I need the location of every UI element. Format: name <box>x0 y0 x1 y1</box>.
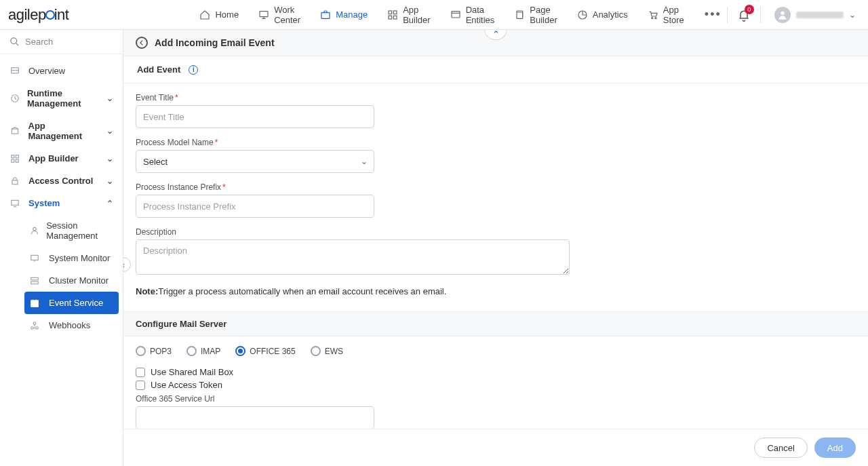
add-button[interactable]: Add <box>814 438 856 458</box>
sidebar-item-app-mgmt[interactable]: App Management ⌄ <box>0 115 123 147</box>
required-mark: * <box>175 93 178 102</box>
form-add-event: Event Title* Process Model Name* Select … <box>123 83 868 309</box>
grid-icon <box>9 154 22 163</box>
svg-point-9 <box>651 17 652 18</box>
field-event-title: Event Title* <box>136 93 856 128</box>
nav-label: Work Center <box>274 5 300 25</box>
nav-home[interactable]: Home <box>191 5 247 24</box>
svg-rect-5 <box>393 16 397 19</box>
divider <box>727 7 728 23</box>
o365-url-input[interactable] <box>136 406 374 429</box>
sidebar-item-access[interactable]: Access Control ⌄ <box>0 170 123 192</box>
nav-more[interactable]: ••• <box>699 5 727 24</box>
sidebar-item-label: Session Management <box>46 220 113 241</box>
chevron-down-icon: ⌄ <box>849 10 856 20</box>
nav-label: Manage <box>336 9 368 20</box>
info-icon[interactable]: i <box>189 65 198 75</box>
mail-checkboxes: Use Shared Mail Box Use Access Token <box>123 362 868 393</box>
nav-manage[interactable]: Manage <box>311 5 376 24</box>
tabs-row: Add Event i <box>123 56 868 83</box>
svg-point-11 <box>781 11 784 14</box>
box-icon <box>9 126 22 136</box>
svg-point-29 <box>33 322 36 324</box>
sidebar-item-label: System Monitor <box>49 253 110 263</box>
back-button[interactable] <box>136 37 148 49</box>
svg-rect-18 <box>12 159 14 162</box>
notif-badge: 0 <box>745 5 754 14</box>
sidebar-search[interactable]: Search <box>0 30 123 54</box>
sidebar-item-event-service[interactable]: Event Service <box>24 292 119 314</box>
svg-rect-3 <box>393 11 397 14</box>
description-textarea[interactable] <box>136 239 570 275</box>
svg-rect-15 <box>12 129 18 134</box>
nav-analytics[interactable]: Analytics <box>568 5 636 24</box>
tab-add-event[interactable]: Add Event <box>136 62 182 77</box>
sidebar-item-label: Access Control <box>28 176 93 186</box>
clock-icon <box>9 94 20 103</box>
sidebar-item-monitor[interactable]: System Monitor <box>20 247 123 269</box>
sidebar-item-webhooks[interactable]: Webhooks <box>20 314 123 336</box>
note-label: Note: <box>136 286 158 296</box>
sidebar-system-sub: Session Management System Monitor Cluste… <box>0 214 123 336</box>
topbar-right: 0 ⌄ <box>727 4 860 26</box>
sidebar-item-overview[interactable]: Overview <box>0 60 123 82</box>
process-model-select[interactable]: Select <box>136 150 374 173</box>
dashboard-icon <box>9 66 22 76</box>
sidebar-item-app-builder[interactable]: App Builder ⌄ <box>0 147 123 170</box>
sidebar-item-label: App Management <box>28 121 100 141</box>
radio-pop3[interactable]: POP3 <box>136 346 172 356</box>
note-text: Note:Trigger a process automatically whe… <box>136 286 856 296</box>
search-placeholder: Search <box>25 37 53 47</box>
monitor-icon <box>258 9 270 20</box>
required-mark: * <box>215 138 218 147</box>
lock-icon <box>9 176 22 186</box>
chevron-down-icon: ⌄ <box>106 154 113 163</box>
radio-imap[interactable]: IMAP <box>186 346 220 356</box>
prefix-input[interactable] <box>136 195 374 218</box>
notifications-button[interactable]: 0 <box>737 8 751 22</box>
nav-data-entities[interactable]: Data Entities <box>441 1 503 29</box>
avatar-icon <box>774 7 791 23</box>
radio-label: POP3 <box>150 347 172 356</box>
chevron-down-icon: ⌄ <box>106 94 113 103</box>
field-prefix: Process Instance Prefix* <box>136 182 856 218</box>
window-icon <box>450 9 462 20</box>
radio-office365[interactable]: OFFICE 365 <box>235 346 295 356</box>
event-title-label: Event Title* <box>136 93 856 102</box>
nav-label: Analytics <box>593 9 628 20</box>
nav-app-store[interactable]: App Store <box>639 1 692 29</box>
page-title: Add Incoming Email Event <box>155 37 275 48</box>
sidebar-item-runtime[interactable]: Runtime Management ⌄ <box>0 82 123 115</box>
chevron-down-icon: ⌄ <box>106 176 113 186</box>
user-menu[interactable]: ⌄ <box>770 4 860 26</box>
nav-app-builder[interactable]: App Builder <box>378 1 438 29</box>
monitor-icon <box>30 254 42 263</box>
note-body: Trigger a process automatically when an … <box>158 286 446 296</box>
brand-text-1: agilep <box>8 6 46 24</box>
svg-rect-17 <box>16 155 18 157</box>
sidebar-item-label: Runtime Management <box>27 88 100 109</box>
event-title-input[interactable] <box>136 105 374 128</box>
nav-work-center[interactable]: Work Center <box>250 1 309 29</box>
sidebar-item-session[interactable]: Session Management <box>20 214 123 247</box>
svg-rect-1 <box>321 12 330 18</box>
checkbox-shared-mailbox[interactable]: Use Shared Mail Box <box>136 366 856 378</box>
radio-ews[interactable]: EWS <box>311 346 343 356</box>
form-footer: Cancel Add <box>123 429 868 466</box>
o365-url-label: Office 365 Service Url <box>136 394 856 404</box>
sidebar-item-cluster[interactable]: Cluster Monitor <box>20 269 123 292</box>
nav-page-builder[interactable]: Page Builder <box>505 1 565 29</box>
nav-label: Data Entities <box>466 5 495 25</box>
svg-point-22 <box>33 227 37 231</box>
webhook-icon <box>30 321 42 330</box>
sidebar-item-label: Cluster Monitor <box>49 275 108 286</box>
checkbox-access-token[interactable]: Use Access Token <box>136 378 856 391</box>
top-bar: agilepint Home Work Center Manage App Bu… <box>0 0 868 30</box>
prefix-label: Process Instance Prefix* <box>136 182 856 192</box>
cancel-button[interactable]: Cancel <box>754 438 807 458</box>
servers-icon <box>30 276 42 286</box>
username-blur <box>796 12 844 18</box>
svg-rect-21 <box>12 200 19 205</box>
sidebar-item-system[interactable]: System ⌃ <box>0 192 123 214</box>
process-model-value: Select <box>143 157 167 167</box>
